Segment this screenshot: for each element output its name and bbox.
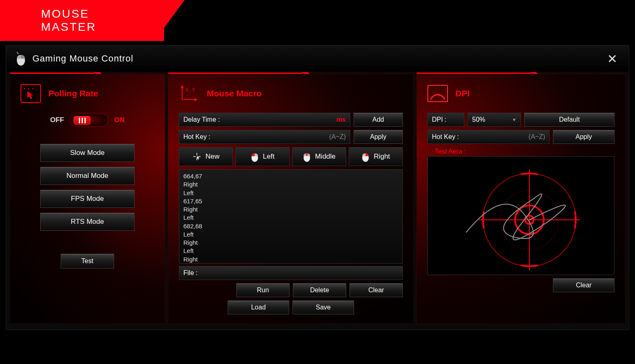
main-window: Gaming Mouse Control ✕ • • • Polling Rat… — [6, 45, 629, 330]
rts-mode-button[interactable]: RTS Mode — [40, 213, 135, 231]
window-title: Gaming Mouse Control — [32, 53, 605, 64]
svg-line-1 — [17, 52, 18, 54]
right-click-button[interactable]: Right — [349, 147, 403, 166]
dpi-label-box: DPI : — [427, 113, 464, 127]
dpi-clear-button[interactable]: Clear — [553, 278, 614, 292]
polling-title: Polling Rate — [48, 89, 98, 98]
macro-clear-button[interactable]: Clear — [349, 283, 403, 297]
close-icon[interactable]: ✕ — [605, 52, 620, 66]
macro-event-line[interactable]: Left — [183, 230, 398, 239]
macro-event-line[interactable]: 664,67 — [183, 172, 398, 180]
macro-event-line[interactable]: Left — [183, 189, 398, 197]
macro-hotkey-placeholder: (A~Z) — [329, 133, 346, 141]
mouse-master-header: MOUSE MASTER — [0, 0, 164, 41]
macro-apply-button[interactable]: Apply — [354, 130, 403, 144]
macro-event-line[interactable]: Left — [183, 247, 398, 255]
dpi-hotkey-label: Hot Key : — [432, 133, 459, 141]
dpi-panel: DPI DPI : 50% ▼ Default Hot Key : (A~Z) … — [416, 74, 626, 324]
macro-hotkey-label: Hot Key : — [183, 133, 210, 141]
mouse-macro-panel: X , Y Mouse Macro Delay Time : ms Add Ho… — [168, 74, 414, 324]
macro-event-line[interactable]: Right — [183, 180, 398, 189]
dpi-value: 50% — [472, 116, 485, 123]
svg-rect-11 — [306, 153, 308, 156]
macro-event-line[interactable]: Right — [183, 255, 398, 264]
delay-time-input[interactable]: Delay Time : ms — [179, 113, 350, 127]
xy-axes-icon: X , Y — [179, 84, 199, 103]
svg-text:X , Y: X , Y — [185, 87, 195, 92]
dpi-select[interactable]: 50% ▼ — [468, 113, 521, 127]
polling-test-button[interactable]: Test — [61, 254, 114, 268]
dpi-title: DPI — [455, 89, 470, 98]
file-label: File : — [183, 269, 198, 277]
mouse-icon — [15, 51, 27, 66]
cursor-box-icon: • • • — [21, 84, 41, 103]
macro-title: Mouse Macro — [207, 89, 262, 98]
macro-event-line[interactable]: Right — [183, 205, 398, 214]
left-click-button[interactable]: Left — [235, 147, 290, 166]
save-button[interactable]: Save — [292, 300, 354, 314]
window-titlebar: Gaming Mouse Control ✕ — [6, 46, 629, 72]
dpi-hotkey-placeholder: (A~Z) — [529, 133, 545, 141]
dpi-test-area[interactable] — [427, 156, 614, 275]
fps-mode-button[interactable]: FPS Mode — [40, 190, 135, 208]
delay-unit: ms — [336, 116, 346, 123]
dpi-default-button[interactable]: Default — [524, 113, 614, 127]
polling-toggle[interactable] — [71, 114, 107, 126]
middle-click-button[interactable]: Middle — [292, 147, 346, 166]
macro-event-line[interactable]: Right — [183, 239, 398, 247]
delete-button[interactable]: Delete — [293, 283, 346, 297]
toggle-off-label: OFF — [50, 116, 64, 124]
dpi-hotkey-input[interactable]: Hot Key : (A~Z) — [427, 130, 550, 144]
macro-events-list[interactable]: 664,67RightLeft617,65RightLeft682,68Left… — [179, 169, 403, 264]
macro-hotkey-input[interactable]: Hot Key : (A~Z) — [179, 130, 350, 144]
dpi-apply-button[interactable]: Apply — [553, 130, 614, 144]
load-button[interactable]: Load — [228, 300, 289, 314]
normal-mode-button[interactable]: Normal Mode — [40, 167, 135, 185]
svg-point-13 — [436, 98, 439, 100]
macro-event-line[interactable]: Left — [183, 214, 398, 222]
polling-rate-panel: • • • Polling Rate OFF ON Slow Mode Norm… — [9, 74, 165, 324]
macro-event-line[interactable]: 682,68 — [183, 222, 398, 230]
gauge-icon — [427, 85, 448, 102]
delay-label: Delay Time : — [183, 116, 220, 123]
mouse-right-icon — [361, 151, 370, 162]
crosshair-cursor-icon — [192, 152, 201, 161]
new-click-button[interactable]: New — [179, 147, 233, 166]
slow-mode-button[interactable]: Slow Mode — [40, 144, 135, 162]
chevron-down-icon: ▼ — [512, 117, 516, 122]
mouse-left-icon — [251, 151, 259, 162]
file-input[interactable]: File : — [179, 266, 403, 280]
run-button[interactable]: Run — [236, 283, 290, 297]
crosshair-target-icon — [428, 157, 614, 275]
add-button[interactable]: Add — [354, 113, 403, 127]
macro-event-line[interactable]: 617,65 — [183, 197, 398, 205]
test-area-label: Test Aera : — [435, 148, 614, 155]
toggle-on-label: ON — [114, 116, 125, 124]
mouse-middle-icon — [303, 151, 311, 162]
header-title: MOUSE MASTER — [41, 7, 96, 33]
